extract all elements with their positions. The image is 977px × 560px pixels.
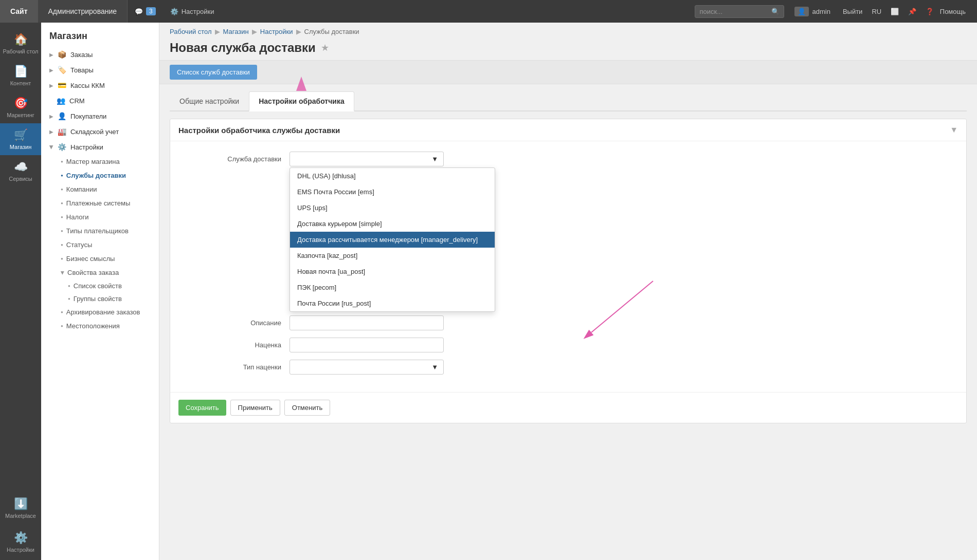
dropdown-item-rus-post[interactable]: Почта России [rus_post] [290,295,495,311]
user-menu[interactable]: 👤 admin [789,7,835,16]
sidebar-item-services[interactable]: ☁️ Сервисы [0,155,41,187]
tabs-container: Общие настройки Настройки обработчика [170,91,967,111]
dropdown-item-ups[interactable]: UPS [ups] [290,200,495,216]
star-icon[interactable]: ★ [321,42,329,53]
admin-button[interactable]: Администрирование [38,0,128,23]
sidebar-item-shop[interactable]: 🛒 Магазин [0,123,41,155]
settings-top-button[interactable]: ⚙️ Настройки [163,0,222,23]
nav-label: Складской учет [70,128,119,136]
help-button[interactable]: ❓ Помощь [921,8,974,15]
form-area: Служба доставки ▼ DHL (USA) [dhlusa] EMS… [170,141,966,392]
page-title: Новая служба доставки [170,41,316,55]
markup-input[interactable] [290,338,444,352]
notifications-badge: 3 [146,7,156,15]
sidebar-item-label: Магазин [10,144,31,150]
pin-top-icon[interactable]: 📌 [904,8,920,15]
nav-item-crm[interactable]: 👥 CRM [41,93,159,108]
sub-label: Архивирование заказов [66,308,140,316]
gear-icon: ⚙️ [170,8,178,15]
markup-label: Наценка [178,341,281,349]
dropdown-item-manager-delivery[interactable]: Доставка рассчитывается менеджером [mana… [290,232,495,248]
nav-label: Покупатели [70,113,106,120]
dropdown-item-kaz-post[interactable]: Казпочта [kaz_post] [290,248,495,264]
kkm-icon: 💳 [58,81,66,89]
sub-label: Типы плательщиков [66,227,129,235]
nav-subsub-props-groups[interactable]: ● Группы свойств [41,292,159,305]
site-button[interactable]: Сайт [0,0,38,23]
save-button[interactable]: Сохранить [178,400,226,416]
nav-sub-companies[interactable]: ● Компании [41,182,159,196]
logout-button[interactable]: Выйти [839,8,867,15]
delivery-list-button[interactable]: Список служб доставки [170,65,257,80]
window-icon[interactable]: ⬜ [886,8,903,15]
sidebar-item-dashboard[interactable]: 🏠 Рабочий стол [0,28,41,60]
tab-handler[interactable]: Настройки обработчика [249,91,354,111]
sidebar-item-marketplace[interactable]: ⬇️ Marketplace [0,492,41,526]
nav-sub-business[interactable]: ● Бизнес смыслы [41,252,159,266]
sidebar-item-marketing[interactable]: 🎯 Маркетинг [0,91,41,123]
apply-button[interactable]: Применить [230,400,280,416]
sub-label: Компании [66,185,97,193]
form-row-service: Служба доставки ▼ DHL (USA) [dhlusa] EMS… [178,152,958,166]
nav-sub-archive[interactable]: ● Архивирование заказов [41,305,159,319]
nav-sub-order-props[interactable]: ▶ Свойства заказа [41,266,159,279]
section-header: Настройки обработчика службы доставки ▼ [170,119,966,141]
subsub-label: Список свойств [74,282,122,290]
nav-sub-payer-types[interactable]: ● Типы плательщиков [41,224,159,238]
markup-type-field: ▼ [290,360,958,375]
arrow-icon: ▶ [49,83,53,88]
dropdown-item-ems[interactable]: EMS Почта России [ems] [290,184,495,200]
search-box[interactable]: 🔍 [695,5,784,18]
sidebar-item-content[interactable]: 📄 Контент [0,60,41,91]
breadcrumb-delivery: Службы доставки [304,28,359,35]
description-label: Описание [178,319,281,327]
breadcrumb-desktop[interactable]: Рабочий стол [170,28,212,35]
breadcrumb-settings[interactable]: Настройки [260,28,293,35]
breadcrumb: Рабочий стол ▶ Магазин ▶ Настройки ▶ Слу… [159,23,977,41]
nav-sub-payment[interactable]: ● Платежные системы [41,196,159,210]
nav-sub-statuses[interactable]: ● Статусы [41,238,159,252]
nav-item-settings-nav[interactable]: ▶ ⚙️ Настройки [41,139,159,155]
description-input[interactable] [290,315,444,330]
settings-icon: ⚙️ [14,531,28,545]
nav-item-kkm[interactable]: ▶ 💳 Кассы ККМ [41,78,159,93]
dropdown-item-ua-post[interactable]: Новая почта [ua_post] [290,264,495,279]
search-icon: 🔍 [771,8,780,15]
dropdown-item-pecom[interactable]: ПЭК [pecom] [290,279,495,295]
home-icon: 🏠 [14,33,28,46]
nav-sub-locations[interactable]: ● Местоположения [41,319,159,333]
form-row-markup-type: Тип наценки ▼ [178,360,958,375]
markup-type-dropdown[interactable]: ▼ [290,360,444,375]
bullet-icon: ● [61,310,63,314]
nav-label: Товары [70,66,94,74]
nav-item-orders[interactable]: ▶ 📦 Заказы [41,47,159,62]
cancel-button[interactable]: Отменить [284,400,330,416]
dropdown-item-dhl[interactable]: DHL (USA) [dhlusa] [290,168,495,184]
dropdown-item-simple[interactable]: Доставка курьером [simple] [290,216,495,232]
notifications-button[interactable]: 💬 3 [128,0,163,23]
bullet-icon: ● [61,187,63,192]
nav-item-buyers[interactable]: ▶ 👤 Покупатели [41,108,159,124]
nav-subsub-props-list[interactable]: ● Список свойств [41,279,159,292]
service-dropdown-trigger[interactable]: ▼ [290,152,444,166]
search-input[interactable] [699,8,771,15]
collapse-icon[interactable]: ▼ [950,125,958,135]
nav-sub-master[interactable]: ● Мастер магазина [41,155,159,169]
sub-label: Службы доставки [66,172,126,179]
nav-sub-delivery[interactable]: ● Службы доставки [41,169,159,182]
breadcrumb-shop[interactable]: Магазин [223,28,249,35]
tab-general[interactable]: Общие настройки [170,91,249,110]
sub-label: Мастер магазина [66,158,120,165]
orders-icon: 📦 [58,50,66,59]
nav-item-goods[interactable]: ▶ 🏷️ Товары [41,62,159,78]
sidebar-item-label: Сервисы [9,176,32,182]
description-field [290,315,958,330]
sidebar-item-label: Контент [10,80,31,86]
nav-sub-taxes[interactable]: ● Налоги [41,210,159,224]
sidebar-item-settings[interactable]: ⚙️ Настройки [0,526,41,560]
marketplace-icon: ⬇️ [14,497,28,511]
lang-selector[interactable]: RU [867,8,885,15]
nav-item-warehouse[interactable]: ▶ 🏭 Складской учет [41,124,159,139]
bullet-icon: ● [61,324,63,328]
sub-label: Статусы [66,241,92,249]
